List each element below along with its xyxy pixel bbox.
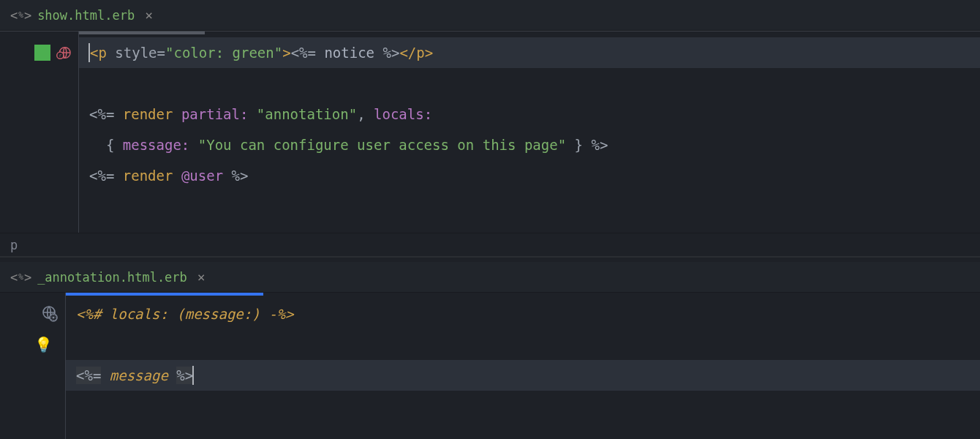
tab-show-html-erb[interactable]: <%> show.html.erb × (0, 0, 163, 30)
code-line[interactable]: <%= render partial: "annotation", locals… (89, 99, 980, 130)
close-icon[interactable]: × (197, 269, 206, 285)
svg-point-5 (53, 317, 55, 319)
erb-file-icon: <%> (10, 8, 31, 23)
svg-text:r: r (59, 53, 61, 59)
tab-label: _annotation.html.erb (37, 270, 187, 285)
bulb-icon[interactable]: 💡 (34, 336, 53, 353)
code-area-top[interactable]: <p style="color: green"><%= notice %></p… (79, 31, 980, 233)
code-line[interactable]: <%= message %> (66, 360, 980, 391)
breadcrumb[interactable]: p (0, 233, 980, 256)
tab-annotation-html-erb[interactable]: <%> _annotation.html.erb × (0, 262, 216, 292)
related-globe-icon[interactable]: r (55, 45, 71, 61)
editor-body-top: r <p style="color: green"><%= notice %><… (0, 31, 980, 233)
code-line[interactable]: { message: "You can configure user acces… (89, 130, 980, 160)
close-icon[interactable]: × (145, 7, 153, 23)
code-line[interactable] (76, 329, 980, 360)
tab-label: show.html.erb (37, 8, 135, 23)
editor-pane-top: r <p style="color: green"><%= notice %><… (0, 31, 980, 256)
tab-bar-bottom: <%> _annotation.html.erb × (0, 262, 980, 293)
run-marker-icon[interactable] (34, 45, 50, 61)
breadcrumb-item[interactable]: p (10, 238, 18, 252)
erb-file-icon: <%> (10, 270, 31, 285)
code-line[interactable]: <%= render @user %> (89, 160, 980, 191)
code-area-bottom[interactable]: <%# locals: (message:) -%> <%= message %… (66, 293, 980, 439)
settings-gear-icon[interactable] (40, 305, 58, 323)
editor-pane-bottom: 💡 <%# locals: (message:) -%> <%= message… (0, 293, 980, 439)
editor-body-bottom: 💡 <%# locals: (message:) -%> <%= message… (0, 293, 980, 439)
code-line[interactable]: <p style="color: green"><%= notice %></p… (79, 37, 980, 68)
gutter-top: r (0, 31, 79, 233)
text-cursor (192, 366, 194, 385)
code-line[interactable] (89, 68, 980, 99)
gutter-bottom: 💡 (0, 293, 66, 439)
code-line[interactable]: <%# locals: (message:) -%> (76, 299, 980, 329)
tab-bar-top: <%> show.html.erb × (0, 0, 980, 31)
pane-splitter[interactable] (0, 256, 980, 262)
